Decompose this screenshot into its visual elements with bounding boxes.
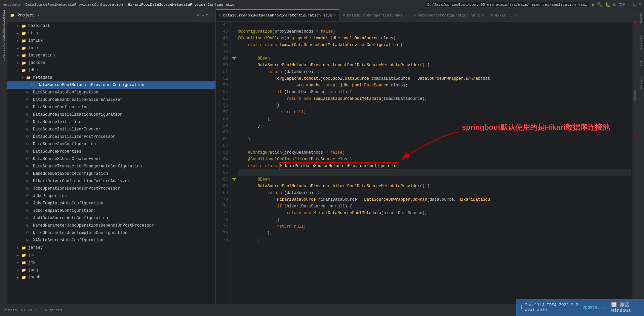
tree-file-datasourceproperties[interactable]: © DataSourceProperties xyxy=(7,148,215,155)
tab-datasourceconfiguration[interactable]: © DataSourceConfiguration.java × xyxy=(410,10,488,21)
settings-icon[interactable]: ⚙ xyxy=(613,2,616,7)
ln-47: 47 xyxy=(217,42,228,48)
tree-file-jndidatasource[interactable]: © JndiDataSourceAutoConfiguration xyxy=(7,214,215,222)
sidebar-web-toggle[interactable]: Web xyxy=(0,55,7,62)
git-branch[interactable]: ⎇ main xyxy=(3,308,17,312)
tab-close-3[interactable]: × xyxy=(482,14,484,17)
bottom-indent[interactable]: 4 spaces xyxy=(45,308,63,312)
ln-67: 67 xyxy=(217,176,228,183)
gutter-50 xyxy=(231,62,237,69)
tree-file-datasourceauto[interactable]: © DataSourceAutoConfiguration xyxy=(7,89,215,96)
tab-datasourcepoolmetadata[interactable]: © DataSourcePoolMetadataProvidersConfigu… xyxy=(216,9,339,21)
crumb-hikari[interactable]: HikariPoolDataSourceMetadataProviderConf… xyxy=(128,3,236,7)
hide-panel-icon[interactable]: − xyxy=(210,13,213,18)
gutter-61 xyxy=(231,136,237,143)
close-icon[interactable]: × xyxy=(639,2,641,7)
tree-file-namedparameterjdbc[interactable]: © NamedParameterJdbcOperationsDependsOnP… xyxy=(7,222,215,229)
sep1: › xyxy=(22,3,24,7)
tree-file-jdbctemplateauto[interactable]: © JdbcTemplateAutoConfiguration xyxy=(7,200,215,207)
gutter-66 xyxy=(231,169,237,176)
indent-label: 4 spaces xyxy=(45,308,63,312)
tree-folder-info[interactable]: ▶ 📁 info xyxy=(7,44,215,52)
file-label-datasourceauto: DataSourceAutoConfiguration xyxy=(33,90,98,95)
tree-file-datasourcepoolmetadata[interactable]: © DataSourcePoolMetadataProvidersConfigu… xyxy=(7,81,215,89)
tree-file-jdbctemplateconfiguration[interactable]: © JdbcTemplateConfiguration xyxy=(7,207,215,214)
sidebar-maven[interactable]: Maven xyxy=(638,11,643,25)
sep2: › xyxy=(124,3,127,7)
folder-label-jersey: jersey xyxy=(28,245,43,250)
sidebar-database[interactable]: Database xyxy=(638,32,643,52)
file-label-datasourceinitializer: DataSourceInitializer xyxy=(33,120,84,124)
java-icon-embedded: © xyxy=(26,172,32,176)
ln-46: 46 xyxy=(217,35,228,42)
maximize-icon[interactable]: □ xyxy=(633,2,636,7)
sidebar-structure-toggle[interactable]: 7: Structure xyxy=(0,26,7,32)
bottom-notification: ℹ IntelliJ IDEA 2022.2.2 available Updat… xyxy=(516,299,644,316)
folder-label-metadata: metadata xyxy=(33,75,52,80)
tree-file-datasourcetransaction[interactable]: © DataSourceTransactionManagerAutoConfig… xyxy=(7,163,215,170)
tree-file-jdbcoperations[interactable]: © JdbcOperationsDependsOnPostProcessor xyxy=(7,185,215,192)
settings-gear-icon[interactable]: ⚙ xyxy=(206,13,208,18)
breadcrumb: metadata › DataSourcePoolMetadataProvide… xyxy=(3,3,237,7)
tree-folder-influx[interactable]: ▶ 📁 influx xyxy=(7,37,215,44)
tree-folder-hazelcast[interactable]: ▶ 📁 hazelcast xyxy=(7,22,215,30)
collapse-all-icon[interactable]: ≡ xyxy=(201,13,204,18)
tab-datasourceproperties[interactable]: © DataSourceProperties.java × xyxy=(339,10,410,21)
sidebar-project-toggle[interactable]: 1: Project xyxy=(0,11,7,17)
code-editor[interactable]: 44 45 46 47 48 49 50 51 52 53 54 55 56 5… xyxy=(216,22,633,304)
file-path[interactable]: D:/Java/springBoot/boot-05-web-admin/src… xyxy=(424,2,590,7)
crumb-datasource[interactable]: DataSourcePoolMetadataProvidersConfigura… xyxy=(25,3,123,7)
editor-scrollbar-right[interactable] xyxy=(633,22,637,304)
ln-68: 68 xyxy=(217,183,228,190)
code-line-51: return (dataSource) -> { xyxy=(238,69,631,75)
tree-folder-jsonb[interactable]: ▶ 📁 jsonb xyxy=(7,274,215,281)
tree-file-datasourceschema[interactable]: © DataSourceSchemaCreatedEvent xyxy=(7,155,215,163)
tree-file-embeddeddatasource[interactable]: © EmbeddedDataSourceConfiguration xyxy=(7,170,215,177)
tree-file-datasourcebeancreation[interactable]: © DataSourceBeanCreationFailureAnalyzer xyxy=(7,96,215,104)
ln-60: 60 xyxy=(217,129,228,136)
tree-file-datasourcejmx[interactable]: © DataSourceJmxConfiguration xyxy=(7,141,215,148)
bottom-line-ending[interactable]: LF xyxy=(36,308,40,312)
tree-file-datasourceinitializerpostprocessor[interactable]: © DataSourceInitializerPostProcessor xyxy=(7,133,215,141)
tree-folder-metadata[interactable]: ▾ 📂 metadata xyxy=(7,74,215,81)
sidebar-gradle[interactable]: Gradle xyxy=(638,75,643,91)
sidebar-ant[interactable]: Ant xyxy=(638,58,643,69)
bottom-encoding[interactable]: UTF-8 xyxy=(21,308,32,312)
tree-folder-jersey[interactable]: ▶ 📁 jersey xyxy=(7,244,215,251)
run-button[interactable]: ▶ xyxy=(592,2,595,7)
notification-info-icon: ℹ xyxy=(520,304,522,311)
tab-close-4[interactable]: × xyxy=(515,14,517,17)
build-icon[interactable]: 🔨 xyxy=(597,2,602,7)
tree-file-hikaridriver[interactable]: © HikariDriverConfigurationFailureAnalyz… xyxy=(7,177,215,185)
debug-icon[interactable]: 🐛 xyxy=(605,2,610,7)
notification-update-link[interactable]: Update... xyxy=(583,305,605,310)
tree-folder-integration[interactable]: ▶ 📁 integration xyxy=(7,52,215,59)
tab-close-1[interactable]: × xyxy=(334,14,336,17)
tab-close-2[interactable]: × xyxy=(405,14,407,17)
tree-folder-jms[interactable]: ▶ 📁 jms xyxy=(7,251,215,259)
translate-icon[interactable]: 文A xyxy=(618,2,626,8)
ln-71: 71 xyxy=(217,203,228,210)
tab-hikari[interactable]: © Hikar... × xyxy=(487,10,520,21)
tree-folder-jdbc[interactable]: ▾ 📂 jdbc xyxy=(7,67,215,74)
tree-file-xadatasource[interactable]: © XADataSourceAutoConfiguration xyxy=(7,237,215,244)
project-chevron[interactable]: ▾ xyxy=(37,13,39,18)
gutter-48 xyxy=(231,48,237,55)
tree-file-namedparameterjdbctemplate[interactable]: © NamedParameterJdbcTemplateConfiguratio… xyxy=(7,229,215,237)
project-dropdown-icon: 📁 xyxy=(10,13,15,17)
tree-file-datasourceconfiguration[interactable]: © DataSourceConfiguration xyxy=(7,104,215,111)
tree-file-datasourceinitializer[interactable]: © DataSourceInitializer xyxy=(7,118,215,126)
code-line-73: } xyxy=(238,216,631,223)
tree-folder-http[interactable]: ▶ 📁 http xyxy=(7,30,215,37)
sidebar-favorites-toggle[interactable]: 2: Favorites xyxy=(0,40,7,47)
tree-folder-jmx[interactable]: ▶ 📁 jmx xyxy=(7,259,215,266)
ln-63: 63 xyxy=(217,149,228,156)
tree-file-datasourceinitializerinvoker[interactable]: © DataSourceInitializerInvoker xyxy=(7,126,215,133)
tree-file-datasourceinit[interactable]: © DataSourceInitializationConfiguration xyxy=(7,111,215,118)
minimize-icon[interactable]: − xyxy=(628,2,631,7)
folder-icon-jms: 📁 xyxy=(22,253,27,258)
tree-folder-jooq[interactable]: ▶ 📁 jooq xyxy=(7,266,215,274)
tree-folder-jackson[interactable]: ▶ 📁 jackson xyxy=(7,59,215,67)
tree-file-jdbcproperties[interactable]: © JdbcProperties xyxy=(7,192,215,200)
locate-icon[interactable]: ⊕ xyxy=(197,13,199,18)
